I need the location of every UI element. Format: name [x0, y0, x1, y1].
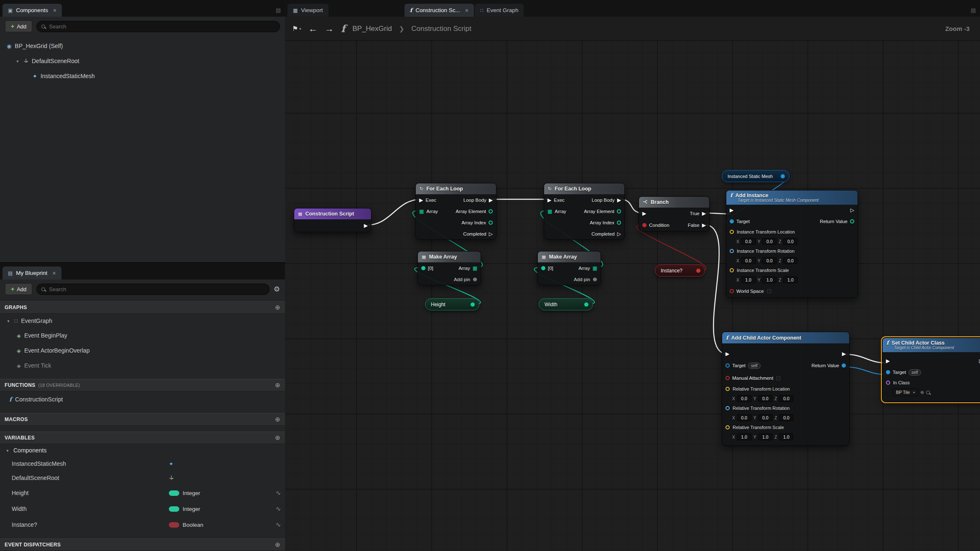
array-out-pin[interactable]: ▦ [473, 266, 477, 271]
node-for-each-loop-1[interactable]: ↻ For Each Loop ▶Exec Loop Body▶ ▦Array … [415, 183, 496, 240]
event-begin-play-item[interactable]: ◈ Event BeginPlay [0, 328, 285, 343]
macros-section-header[interactable]: MACROS ⊕ [0, 413, 285, 426]
scale-y-field[interactable]: 1.0 [762, 277, 776, 283]
add-blueprint-item-button[interactable]: + Add [5, 283, 32, 295]
array-index-pin[interactable] [617, 221, 621, 225]
array-in-pin[interactable]: ▦ [547, 209, 552, 214]
variable-height[interactable]: Height Integer ∿ [0, 485, 285, 501]
scale-z-field[interactable]: 1.0 [779, 434, 793, 440]
close-icon[interactable]: × [52, 270, 56, 277]
scale-pin[interactable] [730, 268, 734, 272]
rotation-x-field[interactable]: 0.0 [741, 257, 756, 264]
scale-z-field[interactable]: 1.0 [783, 277, 797, 283]
bookmarks-button[interactable]: ⚑ ▾ [292, 25, 301, 33]
exec-out-pin[interactable]: ▶ [364, 223, 368, 228]
location-x-field[interactable]: 0.0 [741, 238, 756, 245]
add-pin-button[interactable]: Add pin⊕ [574, 276, 597, 282]
graphs-section-header[interactable]: GRAPHS ⊕ [0, 301, 285, 314]
scale-x-field[interactable]: 1.0 [741, 277, 756, 283]
tab-components[interactable]: ▣ Components × [3, 4, 62, 17]
node-instanced-static-mesh-variable[interactable]: Instanced Static Mesh [722, 170, 789, 182]
return-value-pin[interactable] [850, 219, 854, 223]
location-z-field[interactable]: 0.0 [783, 238, 797, 245]
add-macro-icon[interactable]: ⊕ [275, 416, 280, 423]
true-pin[interactable]: ▶ [702, 211, 706, 216]
rotation-y-field[interactable]: 0.0 [762, 257, 776, 264]
add-pin-button[interactable]: Add pin⊕ [454, 276, 477, 282]
add-component-button[interactable]: + Add [5, 20, 32, 32]
target-pin[interactable] [730, 219, 734, 223]
chevron-down-icon[interactable]: ▾ [15, 59, 20, 63]
mesh-out-pin[interactable] [781, 174, 785, 178]
exec-in-pin[interactable]: ▶ [642, 211, 646, 216]
exec-in-pin[interactable]: ▶ [730, 208, 733, 213]
node-construction-script[interactable]: ▦ Construction Script ▶ [294, 208, 372, 232]
world-space-checkbox[interactable] [766, 289, 772, 294]
exec-in-pin[interactable]: ▶ [886, 358, 890, 363]
use-asset-icon[interactable]: ⊕ [920, 390, 924, 395]
browse-icon[interactable] [926, 391, 930, 394]
target-pin[interactable] [886, 370, 890, 374]
node-branch[interactable]: Branch ▶ True▶ Condition False▶ [639, 196, 710, 231]
class-dropdown[interactable]: BP Tile ▾ [893, 388, 918, 396]
gear-icon[interactable]: ⚙ [274, 285, 280, 294]
location-y-field[interactable]: 0.0 [762, 238, 776, 245]
components-variable-group[interactable]: ▾ Components [0, 444, 285, 457]
element-0-pin[interactable] [541, 266, 545, 270]
back-button[interactable]: ← [308, 23, 318, 34]
components-search-input[interactable] [49, 23, 275, 30]
event-tick-item[interactable]: ◈ Event Tick [0, 358, 285, 373]
element-0-pin[interactable] [421, 266, 425, 270]
hidden-eye-icon[interactable]: ∿ [275, 521, 281, 528]
tab-event-graph[interactable]: ∷ Event Graph [475, 4, 524, 17]
rotation-pin[interactable] [725, 406, 730, 410]
instance-out-pin[interactable] [696, 269, 700, 273]
loop-body-pin[interactable]: ▶ [617, 198, 621, 203]
graph-canvas[interactable]: ▦ Construction Script ▶ ↻ For Each Loop … [285, 41, 980, 551]
chevron-down-icon[interactable]: ▾ [5, 448, 10, 453]
node-add-instance[interactable]: f Add Instance Target is Instanced Stati… [726, 190, 858, 298]
scale-x-field[interactable]: 1.0 [737, 434, 751, 440]
array-in-pin[interactable]: ▦ [419, 209, 424, 214]
array-element-pin[interactable] [617, 209, 621, 213]
add-graph-icon[interactable]: ⊕ [275, 304, 280, 311]
target-pin[interactable] [725, 363, 730, 368]
array-index-pin[interactable] [489, 221, 493, 225]
hidden-eye-icon[interactable]: ∿ [275, 489, 281, 497]
location-x-field[interactable]: 0.0 [737, 395, 751, 402]
variable-default-scene-root[interactable]: DefaultSceneRoot [0, 471, 285, 485]
condition-pin[interactable] [642, 223, 647, 227]
event-dispatchers-section-header[interactable]: EVENT DISPATCHERS ⊕ [0, 538, 285, 551]
exec-out-pin[interactable]: ▷ [850, 208, 854, 213]
variables-section-header[interactable]: VARIABLES ⊕ [0, 432, 285, 444]
node-make-array-1[interactable]: ▦ Make Array [0] Array▦ Add pin⊕ [417, 251, 481, 285]
functions-section-header[interactable]: FUNCTIONS (18 OVERRIDABLE) ⊕ [0, 379, 285, 391]
tab-my-blueprint[interactable]: ▤ My Blueprint × [3, 267, 61, 279]
node-for-each-loop-2[interactable]: ↻ For Each Loop ▶Exec Loop Body▶ ▦Array … [544, 183, 625, 240]
close-icon[interactable]: × [53, 7, 56, 14]
hidden-eye-icon[interactable]: ∿ [275, 505, 281, 513]
rotation-y-field[interactable]: 0.0 [758, 414, 772, 421]
in-class-pin[interactable] [886, 381, 890, 385]
variable-instance[interactable]: Instance? Boolean ∿ [0, 517, 285, 533]
height-out-pin[interactable] [471, 302, 475, 307]
array-element-pin[interactable] [489, 209, 493, 213]
rotation-z-field[interactable]: 0.0 [783, 257, 797, 264]
manual-attachment-pin[interactable] [725, 376, 730, 380]
array-out-pin[interactable]: ▦ [593, 266, 597, 271]
rotation-x-field[interactable]: 0.0 [737, 414, 751, 421]
tab-options-icon[interactable]: ▤ [971, 7, 976, 13]
exec-in-pin[interactable]: ▶ [725, 351, 729, 356]
exec-in-pin[interactable]: ▶ [547, 198, 551, 203]
return-value-pin[interactable] [842, 363, 846, 368]
false-pin[interactable]: ▶ [702, 223, 706, 228]
exec-in-pin[interactable]: ▶ [419, 198, 423, 203]
tree-item-instanced-mesh[interactable]: ✦ InstancedStaticMesh [0, 69, 285, 84]
event-graph-item[interactable]: ▾ ∷ EventGraph [0, 314, 285, 328]
close-icon[interactable]: × [465, 7, 468, 14]
my-blueprint-search[interactable] [36, 284, 269, 295]
add-variable-icon[interactable]: ⊕ [275, 434, 280, 442]
tree-item-scene-root[interactable]: ▾ DefaultSceneRoot [0, 53, 285, 69]
node-make-array-2[interactable]: ▦ Make Array [0] Array▦ Add pin⊕ [537, 251, 601, 285]
scale-y-field[interactable]: 1.0 [758, 434, 772, 440]
